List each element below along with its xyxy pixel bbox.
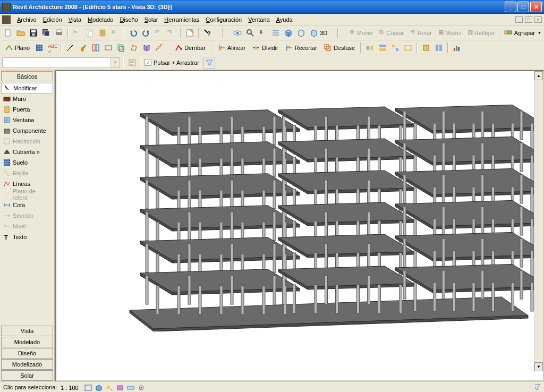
tool-modificar[interactable]: Modificar xyxy=(1,83,53,93)
paint-button[interactable] xyxy=(77,42,89,54)
tool-suelo[interactable]: Suelo xyxy=(1,157,53,168)
menu-solar[interactable]: Solar xyxy=(141,15,162,24)
filter-button[interactable] xyxy=(203,57,215,69)
tool-seccin[interactable]: Sección xyxy=(1,210,53,221)
tab-solar[interactable]: Solar xyxy=(1,370,53,381)
crop-button[interactable] xyxy=(115,384,125,391)
stairs-button[interactable] xyxy=(154,42,165,54)
tool-texto[interactable]: TTexto xyxy=(1,232,53,242)
redo2-button[interactable]: ↷ xyxy=(166,27,177,39)
scale-label[interactable]: 1 : 100 xyxy=(56,385,83,391)
open-button[interactable] xyxy=(15,27,27,39)
book-button[interactable] xyxy=(141,42,152,54)
agrupar-button[interactable]: Agrupar▼ xyxy=(504,27,542,39)
recortar-button[interactable]: Recortar xyxy=(282,42,320,54)
plano-button[interactable]: Plano xyxy=(2,42,32,54)
t4-button[interactable] xyxy=(402,42,414,54)
t1-button[interactable] xyxy=(364,42,376,54)
tool-cubierta[interactable]: Cubierta » xyxy=(1,147,53,157)
undo2-button[interactable]: ↶ xyxy=(153,27,165,39)
menu-vista[interactable]: Vista xyxy=(65,15,84,24)
tool-nivel[interactable]: Nivel xyxy=(1,221,53,232)
tab-basicos[interactable]: Básicos xyxy=(1,71,53,81)
menu-ayuda[interactable]: Ayuda xyxy=(273,15,296,24)
menu-configuración[interactable]: Configuración xyxy=(202,15,245,24)
undo-button[interactable] xyxy=(128,27,139,39)
show-button[interactable] xyxy=(232,27,243,39)
reflejar-button[interactable]: ▥Reflejar xyxy=(465,27,497,39)
t5-button[interactable] xyxy=(420,42,432,54)
tool-lneas[interactable]: Líneas xyxy=(1,178,53,189)
print-button[interactable] xyxy=(53,27,65,39)
vertical-scrollbar[interactable]: ▲ ▼ xyxy=(534,71,543,371)
mover-button[interactable]: ✥Mover xyxy=(347,27,376,39)
scroll-up-icon[interactable]: ▲ xyxy=(534,71,543,80)
properties-button[interactable] xyxy=(184,27,196,39)
tool-rejilla[interactable]: Rejilla xyxy=(1,168,53,178)
menu-archivo[interactable]: Archivo xyxy=(14,15,40,24)
grid-button[interactable] xyxy=(33,42,45,54)
tool-habitacin[interactable]: Habitación xyxy=(1,136,53,147)
pulsar-checkbox[interactable]: Pulsar + Arrastrar xyxy=(144,59,199,66)
tool-cota[interactable]: Cota xyxy=(1,200,53,210)
tab-vista[interactable]: Vista xyxy=(1,326,53,336)
matriz-button[interactable]: ▦Matriz xyxy=(436,27,464,39)
maximize-button[interactable]: □ xyxy=(517,2,529,12)
rotar-button[interactable]: ⟲Rotar xyxy=(407,27,435,39)
menu-herramientas[interactable]: Herramientas xyxy=(161,15,202,24)
3d-button[interactable]: 3D xyxy=(308,27,329,39)
menu-diseño[interactable]: Diseño xyxy=(116,15,141,24)
menu-modelado[interactable]: Modelado xyxy=(84,15,116,24)
tool-planoderefere[interactable]: Plano de refere xyxy=(1,189,53,200)
poly-button[interactable] xyxy=(128,42,140,54)
box-button[interactable] xyxy=(283,27,294,39)
redo-button[interactable] xyxy=(140,27,152,39)
mdi-restore-button[interactable]: □ xyxy=(525,16,532,23)
tab-modelado[interactable]: Modelado xyxy=(1,337,53,347)
tool-puerta[interactable]: Puerta xyxy=(1,104,53,115)
cut-button[interactable]: ✂ xyxy=(71,27,83,39)
alinear-button[interactable]: Alinear xyxy=(215,42,248,54)
rect-button[interactable] xyxy=(103,42,114,54)
dividir-button[interactable]: Dividir xyxy=(249,42,281,54)
label-button[interactable]: ABC✓ xyxy=(46,42,58,54)
line-button[interactable] xyxy=(64,42,76,54)
tab-modelizado[interactable]: Modelizado xyxy=(1,359,53,370)
type-combo[interactable]: ▼ xyxy=(2,57,120,68)
menu-ventana[interactable]: Ventana xyxy=(245,15,273,24)
tool-ventana[interactable]: Ventana xyxy=(1,115,53,125)
tab-diseño[interactable]: Diseño xyxy=(1,348,53,359)
cube-button[interactable] xyxy=(295,27,307,39)
t2-button[interactable] xyxy=(377,42,388,54)
thinlines-button[interactable] xyxy=(270,27,282,39)
split-button[interactable] xyxy=(90,42,101,54)
zoomext-button[interactable]: ⇩ xyxy=(257,27,269,39)
new-button[interactable] xyxy=(2,27,14,39)
desfase-button[interactable]: Desfase xyxy=(321,42,358,54)
shadows-button[interactable] xyxy=(105,384,114,391)
props-button[interactable] xyxy=(126,57,138,69)
tool-muro[interactable]: Muro xyxy=(1,93,53,104)
paste-button[interactable] xyxy=(97,27,108,39)
menu-edición[interactable]: Edición xyxy=(40,15,65,24)
viewport-3d[interactable]: ▲ ▼ xyxy=(55,70,544,381)
help-button[interactable]: ? xyxy=(202,27,214,39)
copy-button[interactable] xyxy=(84,27,96,39)
minimize-button[interactable]: _ xyxy=(505,2,516,12)
derribar-button[interactable]: Derribar xyxy=(172,42,208,54)
saveall-button[interactable] xyxy=(40,27,52,39)
mdi-close-button[interactable]: × xyxy=(534,16,542,23)
chart-button[interactable] xyxy=(451,42,463,54)
t3-button[interactable] xyxy=(389,42,401,54)
close-button[interactable]: ✕ xyxy=(530,2,542,12)
tool-componente[interactable]: Componente xyxy=(1,125,53,136)
copy-elem-button[interactable] xyxy=(115,42,127,54)
reveal-button[interactable] xyxy=(137,384,146,391)
scroll-down-icon[interactable]: ▼ xyxy=(534,362,543,371)
delete-button[interactable]: ✕ xyxy=(109,27,121,39)
zoom-button[interactable] xyxy=(244,27,256,39)
model-graphics-button[interactable] xyxy=(94,384,104,391)
detail-button[interactable] xyxy=(83,384,93,391)
hide-button[interactable] xyxy=(126,384,135,391)
mdi-minimize-button[interactable]: _ xyxy=(515,16,523,23)
